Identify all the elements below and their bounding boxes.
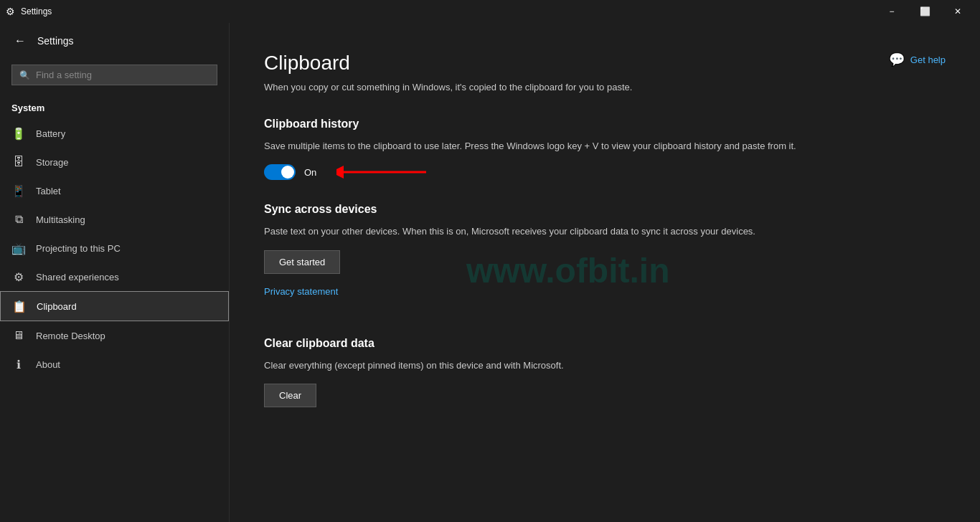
sync-devices-desc: Paste text on your other devices. When t… [264, 224, 946, 239]
sidebar-item-shared[interactable]: ⚙ Shared experiences [0, 262, 229, 291]
clipboard-history-toggle-row: On [264, 164, 946, 180]
titlebar: ⚙ Settings − ⬜ ✕ [0, 0, 980, 23]
sidebar-item-multitasking[interactable]: ⧉ Multitasking [0, 205, 229, 234]
toggle-state-label: On [304, 167, 316, 178]
sidebar-item-storage[interactable]: 🗄 Storage [0, 148, 229, 176]
sidebar-item-clipboard[interactable]: 📋 Clipboard [0, 291, 229, 321]
search-box[interactable]: 🔍 [11, 65, 217, 85]
battery-icon: 🔋 [11, 126, 26, 141]
sidebar-app-title: Settings [37, 35, 74, 47]
sidebar-label-projecting: Projecting to this PC [36, 243, 121, 254]
get-help-label: Get help [910, 54, 946, 65]
shared-icon: ⚙ [11, 270, 26, 284]
system-label: System [0, 91, 229, 119]
sidebar-item-remote[interactable]: 🖥 Remote Desktop [0, 321, 229, 350]
get-help-icon: 💬 [889, 52, 905, 67]
storage-icon: 🗄 [11, 155, 26, 169]
sidebar-item-tablet[interactable]: 📱 Tablet [0, 176, 229, 205]
sidebar-item-about[interactable]: ℹ About [0, 350, 229, 379]
projecting-icon: 📺 [11, 241, 26, 255]
clear-button[interactable]: Clear [264, 384, 316, 407]
clear-clipboard-section: Clear clipboard data Clear everything (e… [264, 337, 946, 408]
clipboard-history-title: Clipboard history [264, 118, 946, 130]
close-button[interactable]: ✕ [941, 0, 974, 23]
sync-devices-title: Sync across devices [264, 203, 946, 216]
clipboard-history-desc: Save multiple items to the clipboard to … [264, 139, 946, 153]
app-body: ← Settings 🔍 System 🔋 Battery 🗄 Storage … [0, 23, 980, 522]
sidebar: ← Settings 🔍 System 🔋 Battery 🗄 Storage … [0, 23, 230, 522]
privacy-statement-link[interactable]: Privacy statement [264, 286, 338, 297]
clipboard-history-section: Clipboard history Save multiple items to… [264, 118, 946, 181]
sidebar-label-remote: Remote Desktop [36, 331, 105, 341]
get-help-button[interactable]: 💬 Get help [889, 52, 946, 67]
sidebar-label-battery: Battery [36, 128, 65, 139]
red-arrow-svg [336, 165, 430, 179]
multitasking-icon: ⧉ [11, 212, 26, 227]
sidebar-label-multitasking: Multitasking [36, 214, 85, 225]
remote-icon: 🖥 [11, 328, 26, 343]
sidebar-label-storage: Storage [36, 157, 69, 168]
sidebar-label-shared: Shared experiences [36, 272, 119, 283]
sidebar-label-about: About [36, 359, 60, 370]
search-input[interactable] [36, 70, 209, 80]
clear-clipboard-title: Clear clipboard data [264, 337, 946, 350]
content-wrapper: 💬 Get help Clipboard When you copy or cu… [264, 52, 946, 407]
clear-clipboard-desc: Clear everything (except pinned items) o… [264, 359, 946, 373]
get-started-button[interactable]: Get started [264, 250, 340, 274]
about-icon: ℹ [11, 357, 26, 371]
clipboard-icon: 📋 [12, 299, 27, 313]
sidebar-item-battery[interactable]: 🔋 Battery [0, 119, 229, 148]
clipboard-history-toggle[interactable] [264, 164, 296, 180]
tablet-icon: 📱 [11, 184, 26, 198]
page-subtitle: When you copy or cut something in Window… [264, 80, 946, 95]
back-button[interactable]: ← [11, 32, 29, 50]
maximize-button[interactable]: ⬜ [908, 0, 941, 23]
sidebar-header: ← Settings [0, 23, 229, 59]
search-icon: 🔍 [19, 70, 30, 80]
sync-devices-section: Sync across devices Paste text on your o… [264, 203, 946, 320]
titlebar-title: Settings [21, 6, 875, 16]
sidebar-item-projecting[interactable]: 📺 Projecting to this PC [0, 234, 229, 262]
page-title: Clipboard [264, 52, 946, 75]
sidebar-label-tablet: Tablet [36, 186, 61, 196]
minimize-button[interactable]: − [875, 0, 908, 23]
red-arrow-indicator [336, 165, 430, 179]
sidebar-nav: 🔋 Battery 🗄 Storage 📱 Tablet ⧉ Multitask… [0, 119, 229, 522]
main-content: 💬 Get help Clipboard When you copy or cu… [230, 23, 980, 522]
sidebar-label-clipboard: Clipboard [37, 301, 77, 312]
settings-icon: ⚙ [6, 6, 15, 17]
toggle-knob [281, 166, 294, 179]
window-controls: − ⬜ ✕ [875, 0, 974, 23]
